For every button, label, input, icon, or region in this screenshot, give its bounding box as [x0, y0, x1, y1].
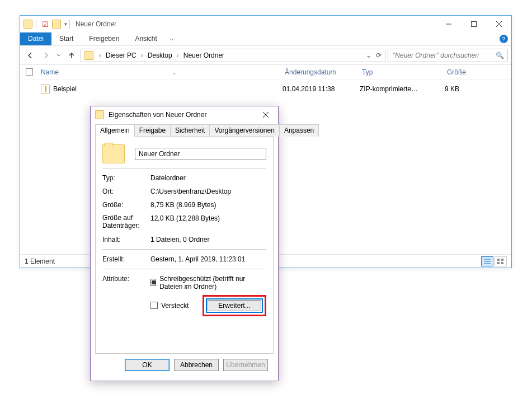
window-title: Neuer Ordner [76, 20, 116, 28]
list-item[interactable]: Beispiel 01.04.2019 11:38 ZIP-komprimier… [26, 83, 506, 95]
dialog-body: Allgemein Freigabe Sicherheit Vorgängerv… [91, 123, 278, 381]
value-contents: 1 Dateien, 0 Ordner [150, 236, 209, 244]
refresh-icon[interactable]: ⟳ [376, 51, 382, 59]
qat-dropdown-icon[interactable]: ▾ [64, 21, 67, 27]
help-button[interactable]: ? [496, 32, 511, 45]
column-header-size[interactable]: Größe [447, 68, 492, 76]
dialog-folder-icon [95, 110, 104, 119]
tab-previous[interactable]: Vorgängerversionen [209, 124, 279, 137]
tab-sharing[interactable]: Freigabe [134, 124, 171, 137]
nav-recent-icon[interactable] [55, 49, 63, 62]
qat-properties-icon[interactable]: ☑ [42, 20, 49, 29]
close-icon [263, 112, 269, 118]
separator [36, 20, 36, 29]
readonly-label: Schreibgeschützt (betrifft nur Dateien i… [159, 275, 266, 291]
address-folder-icon [84, 51, 93, 60]
apply-button[interactable]: Übernehmen [223, 359, 268, 371]
svg-rect-1 [471, 22, 476, 27]
cancel-button[interactable]: Abbrechen [174, 359, 219, 371]
app-folder-icon [23, 20, 32, 29]
svg-rect-9 [501, 259, 503, 261]
file-name: Beispiel [50, 85, 283, 93]
minimize-button[interactable] [436, 16, 461, 32]
value-created: Gestern, ‎1. ‎April ‎2019, ‏‎11:23:01 [150, 255, 245, 263]
quick-access-toolbar: ☑ [42, 20, 62, 29]
icons-view-button[interactable] [495, 256, 507, 266]
dialog-button-row: OK Abbrechen Übernehmen [95, 354, 274, 376]
select-all-checkbox[interactable] [26, 68, 33, 76]
maximize-button[interactable] [461, 16, 486, 32]
window-controls [436, 16, 511, 32]
ribbon-expand-icon[interactable] [165, 32, 178, 45]
search-box[interactable]: 🔍 [388, 49, 508, 62]
column-header-modified[interactable]: Änderungsdatum [285, 68, 362, 76]
status-text: 1 Element [25, 257, 55, 265]
dialog-tabs: Allgemein Freigabe Sicherheit Vorgängerv… [95, 124, 274, 137]
svg-rect-11 [501, 262, 503, 264]
ribbon-tab-view[interactable]: Ansicht [127, 32, 164, 45]
nav-back-button[interactable] [23, 49, 37, 62]
folder-name-input[interactable] [135, 148, 266, 160]
folder-large-icon [102, 144, 125, 163]
dialog-title: Eigenschaften von Neuer Ordner [109, 111, 206, 119]
nav-up-button[interactable] [65, 49, 78, 62]
view-switcher [481, 256, 507, 266]
tab-general[interactable]: Allgemein [95, 124, 135, 137]
details-view-button[interactable] [481, 256, 493, 266]
chevron-right-icon[interactable]: › [97, 51, 103, 59]
address-drop: ⌄ ⟳ [366, 51, 384, 59]
value-size-on-disk: 12,0 KB (12.288 Bytes) [150, 214, 220, 230]
readonly-checkbox-row[interactable]: Schreibgeschützt (betrifft nur Dateien i… [150, 275, 266, 291]
address-bar[interactable]: › Dieser PC › Desktop › Neuer Ordner ⌄ ⟳ [81, 49, 385, 62]
readonly-checkbox[interactable] [150, 279, 156, 286]
column-label: Name [41, 68, 59, 76]
advanced-button[interactable]: Erweitert... [208, 300, 261, 311]
dialog-close-button[interactable] [258, 109, 274, 121]
column-headers: Name ⌄ Änderungsdatum Typ Größe [20, 65, 511, 79]
tab-security[interactable]: Sicherheit [170, 124, 210, 137]
qat-newfolder-icon[interactable] [52, 20, 61, 29]
titlebar[interactable]: ☑ ▾ Neuer Ordner [20, 16, 511, 32]
highlight-annotation: Erweitert... [203, 295, 266, 316]
ribbon-tab-share[interactable]: Freigeben [81, 32, 127, 45]
column-header-name[interactable]: Name ⌄ [41, 68, 285, 76]
file-type: ZIP-komprimierte… [360, 85, 445, 93]
label-type: Typ: [102, 174, 150, 182]
label-size-on-disk: Größe aufDatenträger: [102, 214, 150, 230]
label-contents: Inhalt: [102, 236, 150, 244]
file-modified: 01.04.2019 11:38 [283, 85, 360, 93]
focus-ring: Erweitert... [206, 298, 263, 313]
separator [69, 20, 70, 29]
ribbon-file-tab[interactable]: Datei [20, 32, 51, 45]
search-icon[interactable]: 🔍 [496, 51, 504, 59]
tab-customize[interactable]: Anpassen [279, 124, 319, 137]
breadcrumb-item[interactable]: Dieser PC [105, 51, 138, 59]
address-dropdown-icon[interactable]: ⌄ [366, 51, 371, 59]
breadcrumb-item[interactable]: Desktop [147, 51, 173, 59]
sort-indicator-icon: ⌄ [172, 70, 177, 76]
search-input[interactable] [392, 51, 487, 60]
chevron-right-icon[interactable]: › [139, 51, 145, 59]
hidden-label: Versteckt [161, 302, 189, 310]
hidden-checkbox[interactable] [150, 302, 158, 309]
properties-dialog: Eigenschaften von Neuer Ordner Allgemein… [90, 106, 279, 381]
label-location: Ort: [102, 188, 150, 195]
file-size: 9 KB [445, 85, 489, 93]
nav-forward-button[interactable] [39, 49, 53, 62]
help-icon: ? [500, 35, 508, 43]
ok-button[interactable]: OK [125, 359, 170, 371]
separator [102, 269, 266, 269]
ribbon-tab-start[interactable]: Start [51, 32, 81, 45]
dialog-titlebar[interactable]: Eigenschaften von Neuer Ordner [91, 106, 278, 123]
label-size: Größe: [102, 201, 150, 209]
value-type: Dateiordner [150, 174, 186, 182]
navigation-bar: › Dieser PC › Desktop › Neuer Ordner ⌄ ⟳… [20, 46, 511, 65]
close-button[interactable] [486, 16, 511, 32]
breadcrumb-item[interactable]: Neuer Ordner [182, 51, 225, 59]
column-header-type[interactable]: Typ [362, 68, 447, 76]
svg-rect-8 [497, 259, 500, 261]
hidden-checkbox-row[interactable]: Versteckt [150, 302, 203, 310]
separator [102, 249, 266, 250]
svg-rect-10 [497, 262, 500, 264]
chevron-right-icon[interactable]: › [175, 51, 181, 59]
